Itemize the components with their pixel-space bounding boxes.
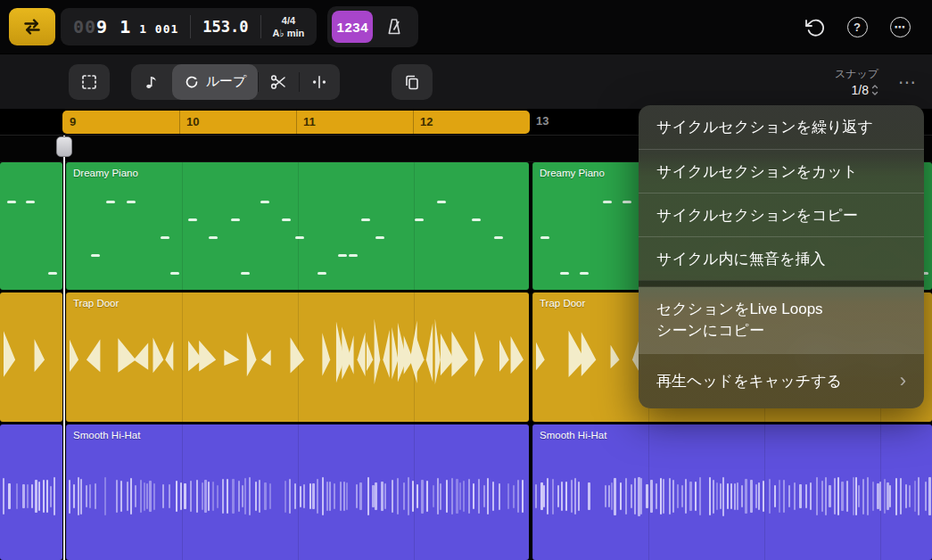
hit-tick xyxy=(905,484,907,509)
region-trap-door-partial[interactable] xyxy=(0,292,62,422)
loop-mode-button[interactable]: ループ xyxy=(172,64,258,100)
hit-tick xyxy=(50,486,52,507)
hit-tick xyxy=(312,483,315,508)
hit-tick xyxy=(16,483,18,510)
region-name: Smooth Hi-Hat xyxy=(66,424,529,441)
toolbar-more-button[interactable]: ⋯ xyxy=(887,64,927,100)
hit-tick xyxy=(381,482,384,510)
hit-tick xyxy=(255,482,257,512)
hit-tick xyxy=(153,483,155,510)
hit-tick xyxy=(928,477,931,515)
scissors-button[interactable] xyxy=(258,64,299,100)
lcd-divider xyxy=(190,15,191,38)
bar-number: 9 xyxy=(70,115,76,128)
hit-tick xyxy=(588,482,590,510)
hit-tick xyxy=(858,485,860,508)
region-trap-door[interactable]: Trap Door xyxy=(66,292,529,422)
hit-tick xyxy=(289,479,291,514)
hit-tick xyxy=(285,481,286,513)
hit-tick xyxy=(727,483,729,509)
hit-tick xyxy=(346,482,348,509)
hit-tick xyxy=(895,478,897,515)
hit-tick xyxy=(451,478,453,514)
playhead-handle[interactable] xyxy=(56,136,72,157)
hit-tick xyxy=(565,482,567,511)
midi-note xyxy=(231,218,240,221)
stepper-chevrons-icon xyxy=(871,83,878,97)
hit-tick xyxy=(879,482,881,511)
menu-item-catch-playhead[interactable]: 再生ヘッドをキャッチする › xyxy=(639,353,924,408)
bar-number: 12 xyxy=(420,115,433,128)
menu-item-repeat-cycle-section[interactable]: サイクルセクションを繰り返す xyxy=(639,105,924,149)
region-smooth-hi-hat-next[interactable]: Smooth Hi-Hat xyxy=(532,424,932,560)
menu-item-cut-cycle-section[interactable]: サイクルセクションをカット xyxy=(639,149,924,193)
hit-tick xyxy=(149,481,152,511)
hit-tick xyxy=(403,482,405,510)
bar-number: 11 xyxy=(303,115,316,128)
region-dreamy-piano[interactable]: Dreamy Piano xyxy=(66,162,529,290)
transport-bar: 00 9 1 1 001 153.0 4/4 A♭ min 1234 xyxy=(0,0,932,54)
hit-tick xyxy=(669,478,671,515)
hit-tick xyxy=(384,483,386,509)
help-icon: ? xyxy=(847,17,868,37)
midi-note xyxy=(295,236,304,239)
menu-item-insert-silence[interactable]: サイクル内に無音を挿入 xyxy=(639,236,924,280)
marquee-select-button[interactable] xyxy=(69,64,110,100)
hit-tick xyxy=(774,485,776,507)
hit-tick xyxy=(650,480,653,513)
lcd-key-section: 4/4 A♭ min xyxy=(273,14,305,40)
midi-note xyxy=(282,218,291,221)
waveform-deco xyxy=(0,292,62,422)
hit-tick xyxy=(176,481,177,512)
region-smooth-hi-hat-partial[interactable] xyxy=(0,424,62,560)
hit-tick xyxy=(242,485,243,507)
hit-tick xyxy=(722,477,724,516)
menu-item-copy-to-live-loops[interactable]: セクションをLive Loopsシーンにコピー xyxy=(639,287,924,353)
hit-tick xyxy=(426,481,428,511)
hit-tick xyxy=(232,479,235,514)
midi-note xyxy=(188,218,197,221)
hit-tick xyxy=(294,483,296,510)
menu-item-copy-cycle-section[interactable]: サイクルセクションをコピー xyxy=(639,193,924,236)
note-entry-button[interactable] xyxy=(131,64,172,100)
midi-notes-deco xyxy=(66,162,529,290)
hit-tick xyxy=(116,480,118,513)
hit-tick xyxy=(95,483,96,508)
hit-tick xyxy=(867,477,869,515)
hit-tick xyxy=(135,485,136,506)
midi-note xyxy=(260,201,269,203)
menu-item-label: セクションをLive Loopsシーンにコピー xyxy=(656,299,828,342)
lcd-display[interactable]: 00 9 1 1 001 153.0 4/4 A♭ min xyxy=(61,8,317,45)
more-button[interactable]: ⋯ xyxy=(878,6,921,47)
split-button[interactable] xyxy=(299,64,340,100)
playhead-line[interactable] xyxy=(63,136,65,560)
undo-button[interactable] xyxy=(793,6,836,47)
lcd-divider xyxy=(260,15,261,38)
count-in-button[interactable]: 1234 xyxy=(332,11,373,43)
help-button[interactable]: ? xyxy=(836,6,878,47)
midi-note xyxy=(361,218,370,221)
region-smooth-hi-hat[interactable]: Smooth Hi-Hat xyxy=(66,424,529,560)
bar-divider xyxy=(413,111,414,134)
midi-notes-deco xyxy=(0,162,62,290)
cycle-range[interactable]: 9 10 11 12 xyxy=(62,111,530,134)
midi-note xyxy=(540,236,549,239)
copy-icon xyxy=(403,73,421,91)
cycle-button[interactable] xyxy=(9,8,55,45)
bar-divider xyxy=(296,111,297,134)
hit-tick xyxy=(180,482,182,510)
hit-tick xyxy=(343,482,345,511)
bar-number: 13 xyxy=(536,114,548,128)
hit-tick xyxy=(552,479,554,515)
hit-tick xyxy=(31,484,33,507)
snap-control[interactable]: スナップ 1/8 xyxy=(835,67,878,97)
hit-tick xyxy=(483,485,485,508)
hit-tick xyxy=(750,480,753,514)
hit-tick xyxy=(741,485,743,507)
hit-tick xyxy=(184,483,186,508)
region-dreamy-piano-partial[interactable] xyxy=(0,162,62,290)
midi-note xyxy=(338,254,347,257)
hit-tick xyxy=(120,481,122,512)
metronome-button[interactable] xyxy=(375,11,414,43)
copy-button[interactable] xyxy=(392,64,433,100)
